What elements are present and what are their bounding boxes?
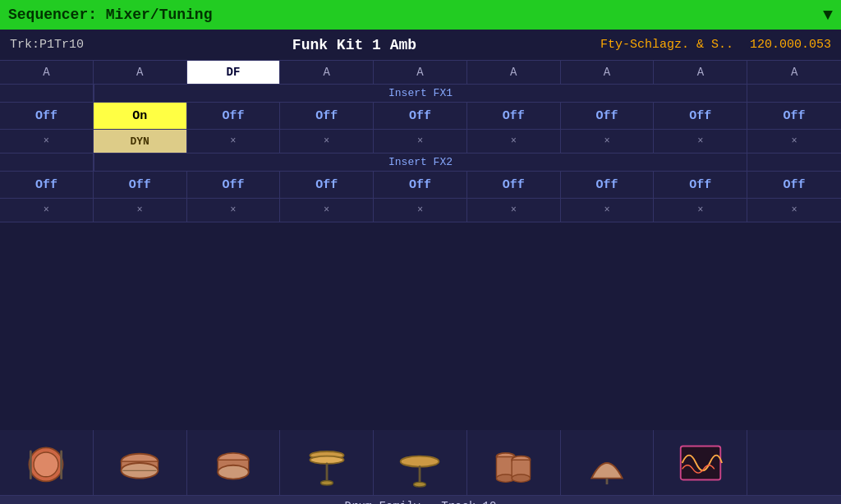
sfx-wave-icon[interactable] [654,430,747,495]
channel-cell-3[interactable]: A [280,61,374,84]
icons-row [0,430,841,496]
x-row-2: ××××××××× [0,199,841,222]
bpm-value: 120.000.053 [750,38,831,52]
track-label: Trk:P1Tr10 [10,38,84,52]
perc-hi-icon[interactable] [561,430,655,495]
channel-cell-0[interactable]: A [0,61,94,84]
svg-point-10 [218,465,248,479]
fx2-empty-right [747,153,841,172]
onoff1-cell-3[interactable]: Off [280,103,374,129]
svg-point-12 [310,456,343,463]
x2-cell-1: × [94,199,187,222]
x2-cell-0: × [0,199,94,222]
x2-cell-7: × [654,199,747,222]
onoff1-cell-1[interactable]: On [94,103,187,129]
snare-drum-icon[interactable] [94,430,187,495]
perc-lo-icon[interactable] [467,430,561,495]
channel-cell-7[interactable]: A [654,61,747,84]
fx1-empty-right [747,85,841,103]
onoff1-cell-6[interactable]: Off [561,103,655,129]
dyn1-cell-1[interactable]: DYN [94,130,187,153]
preset-name: Funk Kit 1 Amb [108,37,600,53]
dyn1-cell-2[interactable]: × [187,130,281,153]
onoff1-cell-0[interactable]: Off [0,103,94,129]
channel-row: AADFAAAAAA [0,61,841,85]
tom-drum-icon[interactable] [187,430,281,495]
onoff2-cell-1[interactable]: Off [94,172,187,198]
title-bar: Sequencer: Mixer/Tuning ▼ [0,0,841,30]
x2-cell-2: × [187,199,281,222]
channel-cell-2[interactable]: DF [187,61,281,84]
svg-point-23 [512,474,530,482]
insert-fx2-header: Insert FX2 [0,153,841,172]
channel-cell-6[interactable]: A [561,61,655,84]
channel-cell-4[interactable]: A [374,61,467,84]
onoff2-cell-3[interactable]: Off [280,172,374,198]
onoff2-cell-2[interactable]: Off [187,172,281,198]
fx1-empty-left [0,85,94,103]
dyn1-cell-0[interactable]: × [0,130,94,153]
fx2-empty-left [0,153,94,172]
dyn1-cell-6[interactable]: × [561,130,655,153]
onoff1-cell-4[interactable]: Off [374,103,467,129]
insert-fx1-label: Insert FX1 [94,85,747,103]
dyn-row-1: ×DYN××××××× [0,130,841,153]
onoff2-cell-4[interactable]: Off [374,172,467,198]
dyn1-cell-7[interactable]: × [654,130,747,153]
onoff-row-1: OffOnOffOffOffOffOffOffOff [0,103,841,130]
x2-cell-4: × [374,199,467,222]
svg-point-14 [320,480,333,485]
channel-cell-5[interactable]: A [467,61,561,84]
x2-cell-8: × [747,199,841,222]
dropdown-arrow-icon[interactable]: ▼ [823,6,833,25]
onoff1-cell-8[interactable]: Off [747,103,841,129]
header-row: Trk:P1Tr10 Funk Kit 1 Amb Fty-Schlagz. &… [0,30,841,61]
svg-point-15 [401,456,439,466]
svg-rect-25 [681,446,721,479]
dyn1-cell-8[interactable]: × [747,130,841,153]
channel-cell-1[interactable]: A [94,61,187,84]
drum-family-bar: Drum Family — Track 10 [0,496,841,504]
title-text: Sequencer: Mixer/Tuning [8,7,212,23]
channel-cell-8[interactable]: A [747,61,841,84]
dyn1-cell-3[interactable]: × [280,130,374,153]
onoff-row-2: OffOffOffOffOffOffOffOffOff [0,172,841,199]
insert-fx2-label: Insert FX2 [94,153,747,172]
cymbal-icon[interactable] [374,430,467,495]
x2-cell-3: × [280,199,374,222]
onoff2-cell-0[interactable]: Off [0,172,94,198]
svg-point-17 [414,482,426,487]
x2-cell-6: × [561,199,655,222]
onoff2-cell-6[interactable]: Off [561,172,655,198]
onoff1-cell-7[interactable]: Off [654,103,747,129]
hihat-icon[interactable] [280,430,374,495]
factory-label: Fty-Schlagz. & S.. [600,38,733,52]
drum-family-label: Drum Family — Track 10 [345,500,497,505]
insert-fx1-header: Insert FX1 [0,85,841,103]
x2-cell-5: × [467,199,561,222]
dyn1-cell-5[interactable]: × [467,130,561,153]
bass-drum-icon[interactable] [0,430,94,495]
onoff1-cell-5[interactable]: Off [467,103,561,129]
dyn1-cell-4[interactable]: × [374,130,467,153]
empty-icon-cell [747,430,841,495]
onoff2-cell-7[interactable]: Off [654,172,747,198]
main-grid: AADFAAAAAA Insert FX1 OffOnOffOffOffOffO… [0,61,841,430]
onoff1-cell-2[interactable]: Off [187,103,281,129]
svg-point-1 [34,451,58,476]
onoff2-cell-5[interactable]: Off [467,172,561,198]
onoff2-cell-8[interactable]: Off [747,172,841,198]
